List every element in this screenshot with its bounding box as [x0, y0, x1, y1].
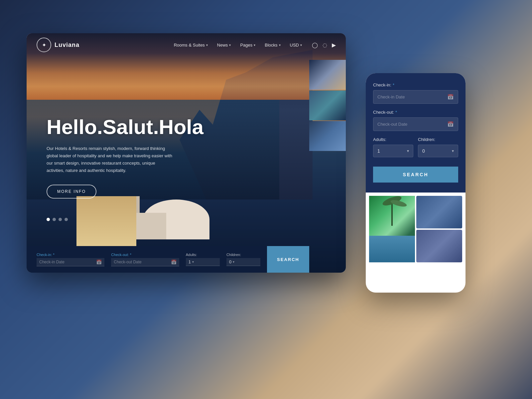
- mobile-image-grid: [366, 193, 466, 266]
- checkin-label: Check-in: *: [37, 253, 104, 257]
- thumbnail-1: [309, 60, 346, 90]
- children-label: Children:: [226, 253, 260, 257]
- desktop-search-button[interactable]: SEARCH: [267, 246, 309, 273]
- logo-area: ✦ Luviana: [37, 38, 79, 52]
- mobile-adults-label: Adults:: [373, 137, 413, 142]
- calendar-icon: 📅: [447, 121, 454, 127]
- mobile-checkout-input[interactable]: Check-out Date 📅: [373, 117, 458, 131]
- thumbnail-2: [309, 90, 346, 120]
- mobile-adults-field: Adults: 1 ▾: [373, 137, 413, 157]
- palm-pool-image: [369, 196, 415, 262]
- navbar: ✦ Luviana Rooms & Suites ▾ News ▾ Pages …: [27, 33, 346, 57]
- nav-pages[interactable]: Pages ▾: [240, 43, 255, 48]
- checkin-placeholder: Check-in Date: [39, 260, 93, 264]
- tripadvisor-icon[interactable]: ◌: [323, 42, 327, 48]
- checkout-input-wrap[interactable]: Check-out Date 📅: [111, 258, 179, 266]
- mobile-booking-panel: Check-in: * Check-in Date 📅 Check-out: *…: [366, 73, 466, 193]
- mobile-checkin-field: Check-in: * Check-in Date 📅: [373, 82, 458, 104]
- mobile-checkout-label: Check-out: *: [373, 110, 458, 115]
- mobile-children-label: Children:: [418, 137, 458, 142]
- mobile-search-button[interactable]: SEARCH: [373, 167, 458, 183]
- adults-value: 1: [189, 259, 191, 264]
- warm-buildings: [76, 196, 136, 246]
- foursquare-icon[interactable]: ▶: [332, 42, 336, 48]
- scene-container: ✦ Luviana Rooms & Suites ▾ News ▾ Pages …: [0, 0, 532, 399]
- nav-news[interactable]: News ▾: [217, 43, 231, 48]
- slider-dot-4[interactable]: [65, 218, 68, 221]
- mobile-guests-row: Adults: 1 ▾ Children: 0 ▾: [373, 137, 458, 163]
- chevron-down-icon: ▾: [452, 149, 454, 153]
- mobile-checkin-input[interactable]: Check-in Date 📅: [373, 90, 458, 104]
- chevron-down-icon: ▾: [407, 149, 409, 153]
- mobile-image-1: [369, 196, 415, 262]
- desktop-mockup: ✦ Luviana Rooms & Suites ▾ News ▾ Pages …: [27, 33, 346, 273]
- instagram-icon[interactable]: ◯: [312, 42, 318, 48]
- children-value: 0: [229, 259, 231, 264]
- calendar-icon: 📅: [171, 259, 177, 265]
- desktop-adults-field: Adults: 1 ▾: [186, 253, 220, 266]
- calendar-icon: 📅: [96, 259, 102, 265]
- logo-icon: ✦: [37, 38, 51, 52]
- social-icons: ◯ ◌ ▶: [312, 42, 336, 48]
- more-info-button[interactable]: MORE INFO: [47, 185, 96, 199]
- adults-select[interactable]: 1 ▾: [186, 258, 220, 266]
- chevron-down-icon: ▾: [254, 43, 255, 47]
- desktop-search-bar: Check-in: * Check-in Date 📅 Check-out: *…: [27, 246, 309, 273]
- adults-label: Adults:: [186, 253, 220, 257]
- desktop-checkout-field: Check-out: * Check-out Date 📅: [111, 253, 179, 266]
- slider-dot-2[interactable]: [53, 218, 56, 221]
- mobile-image-3: [416, 230, 462, 262]
- chevron-down-icon: ▾: [206, 43, 208, 47]
- chevron-down-icon: ▾: [192, 260, 194, 264]
- checkout-label: Check-out: *: [111, 253, 179, 257]
- hero-title: Hello.Salut.Hola: [47, 116, 203, 138]
- chevron-down-icon: ▾: [300, 43, 302, 47]
- chevron-down-icon: ▾: [279, 43, 281, 47]
- desktop-children-field: Children: 0 ▾: [226, 253, 260, 266]
- nav-blocks[interactable]: Blocks ▾: [265, 43, 280, 48]
- hero-content: Hello.Salut.Hola Our Hotels & Resorts re…: [47, 116, 203, 199]
- thumbnail-strip: [309, 60, 346, 151]
- chevron-down-icon: ▾: [233, 260, 234, 264]
- mobile-mockup: Check-in: * Check-in Date 📅 Check-out: *…: [366, 73, 466, 293]
- slider-dot-3[interactable]: [59, 218, 62, 221]
- slider-dot-1[interactable]: [47, 218, 50, 221]
- thumbnail-3: [309, 121, 346, 151]
- nav-rooms-suites[interactable]: Rooms & Suites ▾: [174, 43, 208, 48]
- chevron-down-icon: ▾: [229, 43, 231, 47]
- mobile-children-select[interactable]: 0 ▾: [418, 145, 458, 157]
- mobile-checkin-label: Check-in: *: [373, 82, 458, 87]
- calendar-icon: 📅: [447, 94, 454, 100]
- mobile-checkout-field: Check-out: * Check-out Date 📅: [373, 110, 458, 131]
- checkout-placeholder: Check-out Date: [114, 260, 168, 264]
- brand-name: Luviana: [55, 42, 79, 49]
- mobile-children-field: Children: 0 ▾: [418, 137, 458, 157]
- slider-dots: [47, 218, 68, 221]
- nav-links: Rooms & Suites ▾ News ▾ Pages ▾ Blocks ▾…: [174, 43, 302, 48]
- hero-subtitle: Our Hotels & Resorts remain stylish, mod…: [47, 145, 173, 174]
- checkin-input-wrap[interactable]: Check-in Date 📅: [37, 258, 104, 266]
- desktop-checkin-field: Check-in: * Check-in Date 📅: [37, 253, 104, 266]
- nav-currency[interactable]: USD ▾: [290, 43, 302, 48]
- mobile-image-2: [416, 196, 462, 228]
- children-select[interactable]: 0 ▾: [226, 258, 260, 266]
- mobile-adults-select[interactable]: 1 ▾: [373, 145, 413, 157]
